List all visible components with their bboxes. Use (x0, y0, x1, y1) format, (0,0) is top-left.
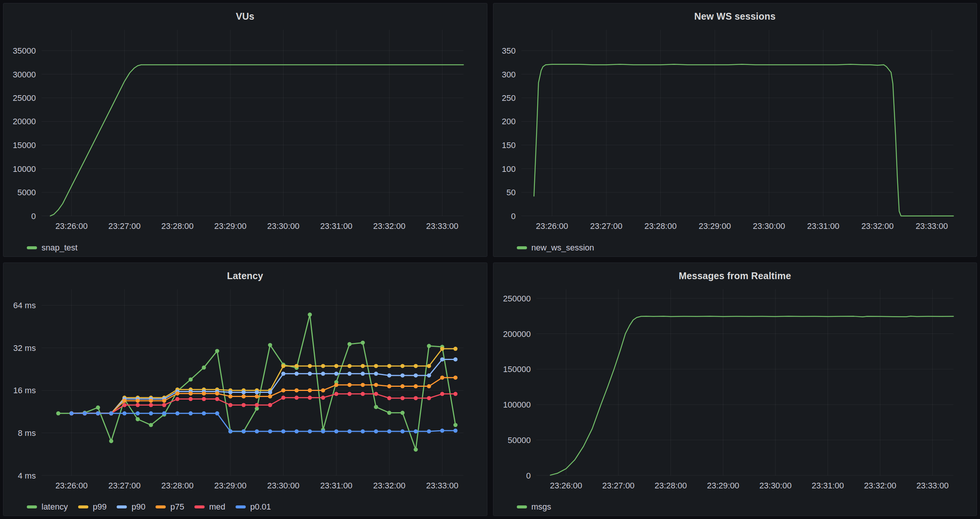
svg-text:23:32:00: 23:32:00 (373, 481, 405, 490)
svg-text:23:33:00: 23:33:00 (426, 221, 458, 231)
svg-text:23:29:00: 23:29:00 (215, 481, 247, 490)
svg-text:20000: 20000 (13, 117, 36, 126)
svg-text:0: 0 (511, 212, 515, 221)
svg-text:25000: 25000 (13, 93, 36, 103)
panel-messages-from-realtime: Messages from Realtime 05000010000015000… (493, 262, 977, 516)
legend-label-latency: latency (41, 502, 68, 512)
legend-label-snap_test: snap_test (41, 243, 77, 253)
legend-swatch-med (194, 505, 205, 508)
svg-text:23:30:00: 23:30:00 (267, 481, 299, 490)
panel-title-messages-from-realtime[interactable]: Messages from Realtime (493, 263, 977, 283)
svg-text:23:28:00: 23:28:00 (161, 221, 193, 231)
svg-text:23:31:00: 23:31:00 (811, 481, 844, 490)
svg-text:23:27:00: 23:27:00 (108, 481, 140, 490)
legend-swatch-msgs (517, 505, 527, 508)
svg-text:8 ms: 8 ms (18, 428, 36, 438)
messages-from-realtime-legend: msgs (493, 498, 977, 516)
legend-swatch-p0.01 (235, 505, 246, 508)
svg-text:200: 200 (502, 117, 515, 126)
svg-text:23:27:00: 23:27:00 (602, 481, 634, 490)
legend-label-msgs: msgs (531, 502, 552, 512)
svg-text:250: 250 (502, 93, 515, 103)
svg-text:23:26:00: 23:26:00 (550, 481, 582, 490)
svg-text:300: 300 (502, 70, 515, 79)
svg-text:23:32:00: 23:32:00 (373, 221, 405, 231)
svg-text:32 ms: 32 ms (13, 343, 36, 353)
svg-text:10000: 10000 (13, 164, 36, 174)
svg-text:0: 0 (31, 212, 36, 221)
legend-swatch-latency (27, 505, 37, 508)
dashboard-grid: VUs 050001000015000200002500030000350002… (0, 0, 980, 519)
svg-text:23:27:00: 23:27:00 (590, 221, 622, 231)
legend-item-p99[interactable]: p99 (78, 502, 107, 512)
panel-new-ws-sessions: New WS sessions 05010015020025030035023:… (493, 3, 977, 257)
panel-title-latency[interactable]: Latency (3, 263, 487, 283)
new-ws-sessions-legend: new_ws_session (493, 239, 977, 257)
legend-label-p75: p75 (170, 502, 184, 512)
panel-latency: Latency 4 ms8 ms16 ms32 ms64 ms23:26:002… (3, 262, 487, 516)
svg-text:23:28:00: 23:28:00 (655, 481, 687, 490)
legend-swatch-p75 (156, 505, 166, 508)
svg-text:16 ms: 16 ms (13, 386, 36, 395)
panel-title-new-ws-sessions[interactable]: New WS sessions (493, 3, 977, 24)
svg-text:23:29:00: 23:29:00 (698, 221, 730, 231)
svg-text:200000: 200000 (503, 329, 530, 339)
svg-text:23:33:00: 23:33:00 (915, 221, 948, 231)
legend-label-p0.01: p0.01 (250, 502, 271, 512)
svg-text:150: 150 (502, 141, 515, 150)
svg-text:23:31:00: 23:31:00 (320, 221, 352, 231)
svg-text:4 ms: 4 ms (18, 471, 36, 480)
panel-title-vus[interactable]: VUs (3, 3, 487, 24)
legend-item-med[interactable]: med (194, 502, 225, 512)
svg-text:64 ms: 64 ms (13, 301, 36, 310)
svg-text:23:30:00: 23:30:00 (753, 221, 785, 231)
legend-item-p75[interactable]: p75 (156, 502, 184, 512)
legend-item-p0.01[interactable]: p0.01 (235, 502, 271, 512)
svg-text:35000: 35000 (13, 46, 36, 56)
legend-label-p99: p99 (93, 502, 107, 512)
messages-from-realtime-chart[interactable]: 05000010000015000020000025000023:26:0023… (493, 283, 977, 498)
legend-item-p90[interactable]: p90 (117, 502, 145, 512)
legend-item-msgs[interactable]: msgs (517, 502, 552, 512)
svg-text:23:28:00: 23:28:00 (161, 481, 193, 490)
svg-text:15000: 15000 (13, 141, 36, 150)
latency-chart[interactable]: 4 ms8 ms16 ms32 ms64 ms23:26:0023:27:002… (3, 283, 487, 498)
legend-label-med: med (209, 502, 225, 512)
svg-text:5000: 5000 (18, 188, 36, 197)
vus-chart[interactable]: 0500010000150002000025000300003500023:26… (3, 24, 487, 239)
legend-swatch-p90 (117, 505, 127, 508)
new-ws-sessions-chart[interactable]: 05010015020025030035023:26:0023:27:0023:… (493, 24, 977, 239)
svg-text:150000: 150000 (503, 364, 530, 374)
svg-text:23:32:00: 23:32:00 (864, 481, 896, 490)
svg-text:23:26:00: 23:26:00 (56, 221, 88, 231)
latency-legend: latencyp99p90p75medp0.01 (3, 498, 487, 516)
svg-text:50: 50 (506, 188, 515, 197)
svg-text:23:31:00: 23:31:00 (320, 481, 352, 490)
svg-text:23:32:00: 23:32:00 (861, 221, 893, 231)
svg-text:23:33:00: 23:33:00 (426, 481, 458, 490)
svg-text:23:29:00: 23:29:00 (215, 221, 247, 231)
svg-text:23:26:00: 23:26:00 (536, 221, 568, 231)
svg-text:0: 0 (526, 471, 530, 480)
svg-text:23:30:00: 23:30:00 (267, 221, 299, 231)
legend-swatch-snap_test (27, 246, 37, 249)
legend-item-snap_test[interactable]: snap_test (27, 243, 77, 253)
svg-text:50000: 50000 (508, 435, 530, 445)
svg-text:30000: 30000 (13, 70, 36, 79)
svg-text:23:26:00: 23:26:00 (56, 481, 88, 490)
svg-text:23:29:00: 23:29:00 (707, 481, 739, 490)
svg-text:100000: 100000 (503, 400, 530, 409)
svg-text:250000: 250000 (503, 294, 530, 303)
panel-vus: VUs 050001000015000200002500030000350002… (3, 3, 487, 257)
svg-text:23:28:00: 23:28:00 (644, 221, 676, 231)
vus-legend: snap_test (3, 239, 487, 257)
svg-text:350: 350 (502, 46, 515, 56)
legend-swatch-p99 (78, 505, 88, 508)
legend-label-p90: p90 (131, 502, 145, 512)
svg-text:23:30:00: 23:30:00 (759, 481, 791, 490)
svg-text:23:31:00: 23:31:00 (807, 221, 839, 231)
legend-item-latency[interactable]: latency (27, 502, 68, 512)
svg-text:23:27:00: 23:27:00 (108, 221, 140, 231)
legend-item-new_ws_session[interactable]: new_ws_session (517, 243, 594, 253)
legend-swatch-new_ws_session (517, 246, 527, 249)
